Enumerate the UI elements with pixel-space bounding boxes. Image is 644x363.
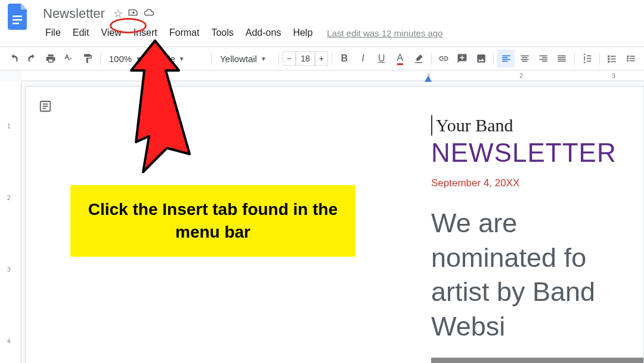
svg-rect-0: [13, 16, 22, 17]
menu-file[interactable]: File: [41, 25, 66, 41]
print-button[interactable]: [42, 50, 59, 67]
vruler-tick: 2: [7, 195, 11, 201]
zoom-value: 100%: [109, 54, 132, 64]
align-center-button[interactable]: [516, 50, 533, 67]
chevron-down-icon: ▼: [179, 56, 185, 62]
text-color-button[interactable]: A: [391, 50, 408, 67]
document-title[interactable]: Newsletter: [41, 5, 107, 23]
align-left-button[interactable]: [497, 50, 515, 67]
bold-button[interactable]: B: [336, 50, 353, 67]
cloud-icon[interactable]: [143, 7, 155, 20]
ruler-tick: 2: [519, 72, 523, 79]
chevron-down-icon: ▼: [261, 56, 267, 62]
line-spacing-button[interactable]: [578, 50, 596, 67]
paint-format-button[interactable]: [79, 50, 97, 67]
svg-point-5: [627, 60, 628, 61]
italic-button[interactable]: I: [354, 50, 371, 67]
font-value: Yellowtail: [220, 54, 257, 64]
indent-marker-icon[interactable]: [425, 76, 432, 82]
document-content: Your Band NEWSLETTER September 4, 20XX W…: [431, 115, 643, 363]
horizontal-ruler[interactable]: 1 2 3: [21, 70, 644, 81]
svg-point-3: [627, 56, 628, 57]
font-size-increase[interactable]: +: [315, 51, 328, 66]
insert-link-button[interactable]: [435, 50, 453, 67]
annotation-callout: Click the Insert tab found in the menu b…: [70, 185, 355, 257]
callout-line2: menu bar: [175, 223, 250, 241]
svg-marker-6: [425, 76, 432, 82]
vruler-tick: 1: [7, 123, 11, 130]
menu-edit[interactable]: Edit: [68, 25, 94, 41]
docs-logo-icon[interactable]: [6, 5, 30, 29]
bulleted-list-button[interactable]: [622, 50, 639, 67]
font-size-value[interactable]: 18: [296, 51, 315, 66]
menu-format[interactable]: Format: [165, 25, 205, 41]
newsletter-title[interactable]: NEWSLETTER: [431, 138, 643, 168]
chevron-down-icon: ▼: [135, 56, 141, 62]
font-size-control: − 18 +: [283, 51, 328, 66]
spellcheck-button[interactable]: [60, 50, 78, 67]
toolbar: 100%▼ Title▼ Yellowtail▼ − 18 + B I U A: [0, 47, 644, 70]
callout-line1: Click the Insert tab found in the: [88, 200, 338, 219]
last-edit-link[interactable]: Last edit was 12 minutes ago: [327, 28, 442, 38]
band-name[interactable]: Your Band: [431, 115, 643, 136]
headline-line2: artist by Band Websi: [431, 276, 595, 342]
redo-button[interactable]: [23, 50, 41, 67]
style-dropdown[interactable]: Title▼: [154, 50, 208, 67]
checklist-button[interactable]: [603, 50, 621, 67]
svg-rect-2: [13, 23, 19, 24]
vruler-tick: 4: [7, 338, 11, 344]
undo-button[interactable]: [5, 50, 22, 67]
insert-comment-button[interactable]: [454, 50, 471, 67]
vertical-ruler[interactable]: 1 2 3 4: [0, 81, 21, 363]
zoom-dropdown[interactable]: 100%▼: [104, 50, 146, 67]
vruler-tick: 3: [7, 266, 11, 273]
ruler-tick: 3: [612, 72, 615, 79]
font-dropdown[interactable]: Yellowtail▼: [215, 50, 275, 67]
headline-line1: We are nominated fo: [431, 208, 586, 273]
highlight-button[interactable]: [410, 50, 428, 67]
svg-rect-11: [431, 358, 644, 363]
style-value: Title: [159, 54, 175, 64]
menu-tools[interactable]: Tools: [206, 25, 238, 41]
newsletter-date[interactable]: September 4, 20XX: [431, 177, 643, 189]
font-size-decrease[interactable]: −: [283, 51, 296, 66]
underline-button[interactable]: U: [373, 50, 390, 67]
menu-addons[interactable]: Add-ons: [241, 25, 286, 41]
headline-text[interactable]: We are nominated fo artist by Band Websi: [431, 206, 643, 343]
svg-point-4: [627, 58, 628, 60]
menu-bar: File Edit View Insert Format Tools Add-o…: [41, 25, 443, 41]
align-right-button[interactable]: [534, 50, 552, 67]
outline-icon[interactable]: [39, 100, 52, 113]
menu-help[interactable]: Help: [288, 25, 317, 41]
svg-rect-1: [13, 19, 22, 21]
align-justify-button[interactable]: [553, 50, 571, 67]
article-image[interactable]: [431, 358, 644, 363]
annotation-circle: [110, 18, 147, 33]
insert-image-button[interactable]: [472, 50, 490, 67]
